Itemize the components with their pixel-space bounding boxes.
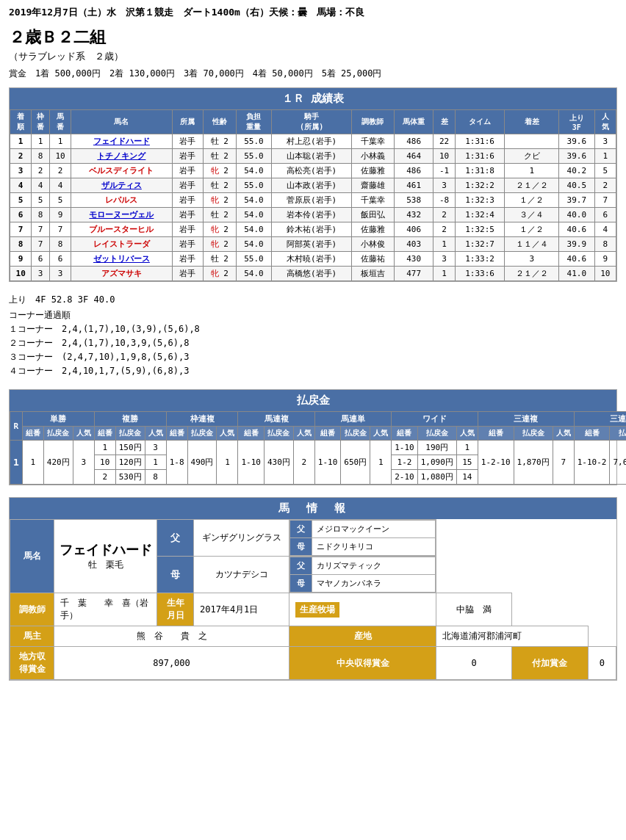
payout-cat-row: R 単勝 複勝 枠連複 馬連複 馬連単 ワイド 三連複 三連単: [10, 412, 627, 427]
results-section: １Ｒ 成績表 着順 枠番 馬番 馬名 所属 性齢 負担重量 騎手(所属) 調教師…: [9, 87, 617, 282]
weight-cell: 54.0: [236, 208, 271, 222]
belong-cell: 岩手: [172, 208, 203, 222]
bonus-value: 0: [588, 647, 616, 680]
weight-cell: 55.0: [236, 178, 271, 193]
jockey-cell: 鈴木祐(岩手): [272, 222, 352, 237]
col-horsenum: 馬番: [49, 110, 71, 134]
name-cell[interactable]: フェイドハード: [71, 134, 172, 149]
col-belong: 所属: [172, 110, 203, 134]
jockey-cell: 菅原辰(岩手): [272, 193, 352, 208]
frame-cell: 7: [32, 222, 50, 237]
name-cell[interactable]: ザルティス: [71, 178, 172, 193]
jockey-cell: 阿部英(岩手): [272, 237, 352, 252]
fukusho-pop-2: 8: [145, 470, 166, 485]
sexage-cell: 牡 2: [203, 178, 236, 193]
sub-umaren-pop: 人気: [293, 427, 314, 441]
num-cell: 1: [49, 134, 71, 149]
pop-cell: 10: [594, 267, 616, 281]
payout-tansho-header: 単勝: [22, 412, 94, 427]
payout-section: 払戻金 R 単勝 複勝 枠連複 馬連複 馬連単 ワイド 三連複 三連単 組番 払…: [9, 389, 617, 485]
tansho-pop: 3: [73, 441, 94, 485]
pop-cell: 2: [594, 178, 616, 193]
belong-cell: 岩手: [172, 149, 203, 164]
sub-sanrenku-pop: 人気: [553, 427, 574, 441]
name-cell[interactable]: ゼットリバース: [71, 252, 172, 267]
time-cell: 1:31:6: [455, 134, 505, 149]
last3f-cell: 39.6: [559, 134, 594, 149]
frame-cell: 8: [32, 208, 50, 222]
bonus-label: 付加賞金: [512, 647, 588, 680]
sub-tansho-combo: 組番: [22, 427, 43, 441]
fukusho-amount-0: 150円: [115, 441, 145, 455]
name-cell[interactable]: トチノキング: [71, 149, 172, 164]
mm-label: 母: [290, 575, 312, 593]
owner-row: 馬主 熊 谷 貴 之 産地 北海道浦河郡浦河町: [10, 626, 616, 647]
horse-name-cell: フェイドハード 牡 栗毛: [54, 520, 157, 593]
table-row: 3 2 2 ベルスディライト 岩手 牝 2 54.0 高松亮(岩手) 佐藤雅 4…: [10, 164, 616, 178]
payout-sanrenku-header: 三連複: [478, 412, 574, 427]
payout-wide-header: ワイド: [392, 412, 478, 427]
frame-cell: 8: [32, 149, 50, 164]
sexage-cell: 牝 2: [203, 237, 236, 252]
name-cell[interactable]: レイストラーダ: [71, 237, 172, 252]
body-cell: 486: [394, 134, 433, 149]
table-row: 10 3 3 アズマサキ 岩手 牝 2 54.0 高橋悠(岩手) 板垣吉 477…: [10, 267, 616, 281]
trainer-cell: 佐藤雅: [352, 164, 395, 178]
horse-detail: 牡 栗毛: [59, 559, 152, 571]
belong-cell: 岩手: [172, 267, 203, 281]
num-cell: 6: [49, 252, 71, 267]
central-earn-label: 中央収得賞金: [289, 647, 436, 680]
rank-cell: 2: [10, 149, 32, 164]
wide-combo-2: 2-10: [392, 470, 418, 485]
birth-label: 生年月日: [157, 593, 194, 626]
num-cell: 2: [49, 164, 71, 178]
mm-name: マヤノカンパネラ: [312, 575, 436, 593]
wakuren-amount: 490円: [187, 441, 217, 485]
last3f-cell: 40.6: [559, 222, 594, 237]
name-cell[interactable]: レパルス: [71, 193, 172, 208]
margin-cell: ２１／２: [505, 178, 559, 193]
col-pop: 人気: [594, 110, 616, 134]
frame-cell: 6: [32, 252, 50, 267]
mother-label: 母: [157, 557, 194, 593]
umaren-pop: 2: [293, 441, 314, 485]
sub-wakuren-combo: 組番: [166, 427, 187, 441]
sub-sanrenku-combo: 組番: [478, 427, 514, 441]
sub-wakuren-pop: 人気: [217, 427, 238, 441]
wide-amount-1: 1,090円: [417, 455, 456, 470]
name-cell[interactable]: アズマサキ: [71, 267, 172, 281]
wide-combo-0: 1-10: [392, 441, 418, 455]
race-subtitle: （サラブレッド系 ２歳）: [9, 50, 617, 63]
rank-cell: 4: [10, 178, 32, 193]
table-row: 7 7 7 ブルースターヒル 岩手 牝 2 54.0 鈴木祐(岩手) 佐藤雅 4…: [10, 222, 616, 237]
weight-cell: 54.0: [236, 222, 271, 237]
horse-name-big: フェイドハード: [59, 541, 152, 559]
num-cell: 9: [49, 208, 71, 222]
name-cell[interactable]: ベルスディライト: [71, 164, 172, 178]
diff-cell: 1: [433, 237, 455, 252]
pop-cell: 3: [594, 134, 616, 149]
horse-info-section: 馬 情 報 馬名 フェイドハード 牡 栗毛 父 ギンザグリングラス 父 メジロマ…: [9, 497, 617, 681]
diff-cell: 2: [433, 208, 455, 222]
pop-cell: 8: [594, 237, 616, 252]
header-date: 2019年12月7日（土）水 沢第１競走 ダート1400m（右）天候：曇 馬場：…: [9, 6, 617, 19]
num-cell: 3: [49, 267, 71, 281]
last3f-cell: 41.0: [559, 267, 594, 281]
owner-label: 馬主: [10, 626, 54, 647]
last3f-cell: 40.6: [559, 252, 594, 267]
local-earn-value: 897,000: [54, 647, 289, 680]
margin-cell: １／２: [505, 222, 559, 237]
diff-cell: 3: [433, 252, 455, 267]
margin-cell: [505, 134, 559, 149]
jockey-cell: 高橋悠(岩手): [272, 267, 352, 281]
belong-cell: 岩手: [172, 164, 203, 178]
name-cell[interactable]: ブルースターヒル: [71, 222, 172, 237]
diff-cell: 3: [433, 178, 455, 193]
name-cell[interactable]: モローヌーヴェル: [71, 208, 172, 222]
fukusho-pop-0: 3: [145, 441, 166, 455]
payout-sub-row: 組番 払戻金 人気 組番 払戻金 人気 組番 払戻金 人気 組番 払戻金 人気 …: [10, 427, 627, 441]
body-cell: 403: [394, 237, 433, 252]
results-table: 着順 枠番 馬番 馬名 所属 性齢 負担重量 騎手(所属) 調教師 馬体重 差 …: [10, 109, 616, 281]
wide-pop-1: 15: [456, 455, 478, 470]
trainer-cell: 小林義: [352, 149, 395, 164]
